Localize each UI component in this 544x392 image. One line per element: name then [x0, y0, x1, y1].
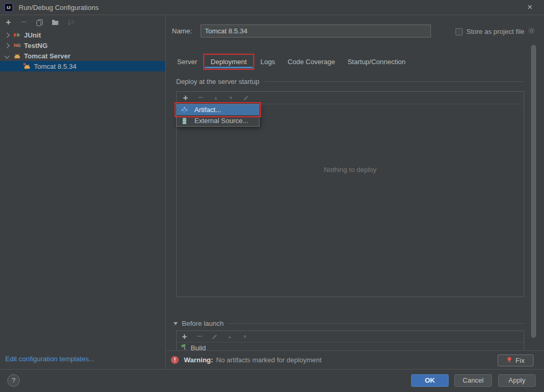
fix-label: Fix	[515, 357, 524, 364]
tomcat-run-icon	[23, 62, 31, 70]
add-configuration-button[interactable]: +	[4, 18, 13, 27]
group-divider	[264, 81, 524, 82]
edit-pencil-icon[interactable]	[242, 94, 250, 102]
tree-item-junit[interactable]: JUnit	[0, 30, 165, 40]
chevron-right-icon[interactable]	[5, 32, 10, 38]
run-debug-configurations-dialog: { "colors": { "dialog_bg": "#3c3f41", "a…	[0, 0, 544, 392]
footer: ? OK Cancel Apply	[0, 369, 544, 392]
sort-configurations-icon[interactable]	[67, 18, 75, 27]
store-checkbox[interactable]	[455, 28, 463, 35]
move-up-button[interactable]: ▲	[226, 333, 234, 341]
close-icon[interactable]: ×	[524, 0, 536, 15]
remove-configuration-button[interactable]: −	[20, 18, 28, 27]
before-launch-panel: + − ▲ ▼ Build	[176, 330, 524, 350]
empty-message: Nothing to deploy	[177, 166, 524, 174]
configurations-tree: JUnit NG TestNG Tomcat Server Tomcat 8.5…	[0, 30, 165, 71]
artifact-icon	[181, 106, 188, 114]
name-label: Name:	[172, 27, 192, 35]
warning-icon: !	[171, 356, 179, 364]
warning-bar: ! Warning: No artifacts marked for deplo…	[166, 350, 544, 369]
junit-icon	[13, 31, 21, 39]
tree-item-label: JUnit	[24, 31, 41, 39]
sidebar: + − JUnit NG TestNG To	[0, 15, 166, 369]
move-down-button[interactable]: ▼	[227, 94, 235, 102]
new-folder-icon[interactable]	[51, 18, 59, 27]
copy-configuration-icon[interactable]	[35, 18, 44, 27]
window-title: Run/Debug Configurations	[19, 4, 98, 11]
tree-item-tomcat-server[interactable]: Tomcat Server	[0, 51, 165, 61]
before-launch-toolbar: + − ▲ ▼	[177, 331, 524, 342]
add-deployment-button[interactable]: +	[181, 94, 190, 102]
before-launch-title: Before launch	[182, 320, 224, 327]
help-button[interactable]: ?	[7, 374, 20, 387]
bulb-icon	[506, 357, 512, 365]
store-label: Store as project file	[466, 28, 524, 35]
tab-server[interactable]: Server	[171, 54, 203, 70]
warning-label: Warning:	[184, 356, 213, 364]
build-task-row[interactable]: Build	[177, 342, 524, 350]
tree-item-tomcat-8-5-34[interactable]: Tomcat 8.5.34	[0, 61, 165, 71]
tabs: Server Deployment Logs Code Coverage Sta…	[171, 54, 412, 70]
sidebar-toolbar: + −	[0, 15, 165, 29]
tree-item-label: Tomcat Server	[24, 52, 70, 60]
tab-code-coverage[interactable]: Code Coverage	[281, 54, 341, 70]
deploy-group-header: Deploy at the server startup	[176, 78, 524, 85]
chevron-right-icon[interactable]	[5, 43, 10, 48]
ok-button[interactable]: OK	[411, 374, 449, 387]
build-task-label: Build	[191, 344, 206, 351]
deploy-group-title: Deploy at the server startup	[176, 78, 259, 85]
testng-icon: NG	[13, 41, 21, 50]
tomcat-icon	[13, 52, 21, 60]
name-input[interactable]	[201, 24, 431, 38]
group-divider	[228, 323, 524, 324]
deploy-toolbar: + − ▲ ▼	[177, 92, 524, 104]
move-up-button[interactable]: ▲	[212, 94, 220, 102]
fix-button[interactable]: Fix	[498, 354, 534, 366]
main-panel: Name: Store as project file Server Deplo…	[166, 15, 544, 350]
tab-deployment[interactable]: Deployment	[203, 54, 254, 70]
external-source-icon	[181, 117, 188, 125]
tree-item-label: TestNG	[24, 42, 47, 50]
add-task-button[interactable]: +	[180, 333, 189, 341]
build-hammer-icon	[181, 344, 188, 350]
apply-button[interactable]: Apply	[498, 374, 536, 387]
move-down-button[interactable]: ▼	[241, 333, 249, 341]
gear-icon[interactable]	[528, 27, 535, 36]
title-bar: IJ Run/Debug Configurations ×	[0, 0, 544, 15]
remove-task-button[interactable]: −	[195, 333, 204, 341]
popup-item-artifact[interactable]: Artifact...	[177, 104, 259, 115]
store-as-project-file: Store as project file	[455, 27, 535, 36]
tab-logs[interactable]: Logs	[254, 54, 281, 70]
popup-item-external-source[interactable]: External Source...	[177, 115, 259, 126]
tree-item-label: Tomcat 8.5.34	[34, 63, 77, 70]
popup-item-label: Artifact...	[194, 106, 221, 114]
warning-message: No artifacts marked for deployment	[216, 356, 322, 364]
edit-configuration-templates-link[interactable]: Edit configuration templates...	[5, 355, 94, 363]
tab-startup-connection[interactable]: Startup/Connection	[341, 54, 412, 70]
popup-item-label: External Source...	[194, 117, 248, 125]
tree-item-testng[interactable]: NG TestNG	[0, 40, 165, 51]
scrollbar-thumb[interactable]	[531, 45, 536, 338]
testng-g: G	[17, 43, 21, 48]
chevron-down-icon[interactable]	[5, 53, 10, 58]
edit-pencil-icon[interactable]	[211, 333, 219, 341]
collapse-triangle-icon[interactable]	[174, 322, 178, 325]
intellij-logo-icon: IJ	[4, 3, 13, 12]
cancel-button[interactable]: Cancel	[454, 374, 492, 387]
add-popup-menu: Artifact... External Source...	[176, 104, 259, 127]
remove-deployment-button[interactable]: −	[196, 94, 205, 102]
before-launch-header[interactable]: Before launch	[174, 320, 524, 327]
